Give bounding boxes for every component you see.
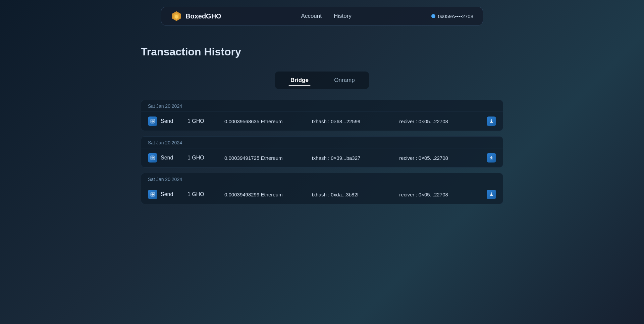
tx-amount: 1 GHO [187,118,224,124]
transaction-group: Sat Jan 20 2024 Send 1 GHO 0.00039498299… [141,173,503,204]
download-button[interactable] [487,153,496,163]
group-date: Sat Jan 20 2024 [141,137,503,148]
group-date: Sat Jan 20 2024 [141,100,503,112]
table-row: Send 1 GHO 0.00039491725 Ethereum txhash… [141,148,503,167]
logo-text: BoxedGHO [185,12,221,20]
send-icon [148,153,157,163]
tx-action: Send [161,191,187,197]
logo-area: BoxedGHO [171,10,221,22]
tx-hash: txhash : 0xda...3b82f [312,192,399,197]
send-icon [148,117,157,126]
wallet-badge[interactable]: 0x059A••••2708 [431,13,473,19]
tx-hash: txhash : 0×68...22599 [312,119,399,124]
nav-history[interactable]: History [334,13,352,19]
tx-fee: 0.00039498299 Ethereum [224,192,312,197]
wallet-address: 0x059A••••2708 [438,13,473,19]
tx-action: Send [161,155,187,161]
tab-bridge[interactable]: Bridge [278,74,321,87]
logo-icon [171,10,182,22]
download-button[interactable] [487,117,496,126]
table-row: Send 1 GHO 0.00039498299 Ethereum txhash… [141,185,503,204]
tx-receiver: reciver : 0×05...22708 [399,192,487,197]
nav-account[interactable]: Account [301,13,322,19]
download-button[interactable] [487,190,496,199]
tx-amount: 1 GHO [187,191,224,197]
navbar: BoxedGHO Account History 0x059A••••2708 [161,7,483,26]
tx-amount: 1 GHO [187,155,224,161]
page-content: Transaction History Bridge Onramp Sat Ja… [141,46,503,204]
tab-onramp[interactable]: Onramp [323,74,366,87]
tx-receiver: reciver : 0×05...22708 [399,155,487,161]
nav-links: Account History [301,13,352,19]
send-icon [148,190,157,199]
table-row: Send 1 GHO 0.00039568635 Ethereum txhash… [141,112,503,131]
page-title: Transaction History [141,46,503,58]
tab-bar: Bridge Onramp [275,72,369,89]
tx-hash: txhash : 0×39...ba327 [312,155,399,161]
wallet-status-dot [431,14,435,18]
transaction-group: Sat Jan 20 2024 Send 1 GHO 0.00039568635… [141,100,503,131]
transaction-list: Sat Jan 20 2024 Send 1 GHO 0.00039568635… [141,100,503,204]
tx-fee: 0.00039568635 Ethereum [224,119,312,124]
group-date: Sat Jan 20 2024 [141,173,503,185]
tx-fee: 0.00039491725 Ethereum [224,155,312,161]
tx-receiver: reciver : 0×05...22708 [399,119,487,124]
transaction-group: Sat Jan 20 2024 Send 1 GHO 0.00039491725… [141,136,503,168]
tx-action: Send [161,118,187,124]
